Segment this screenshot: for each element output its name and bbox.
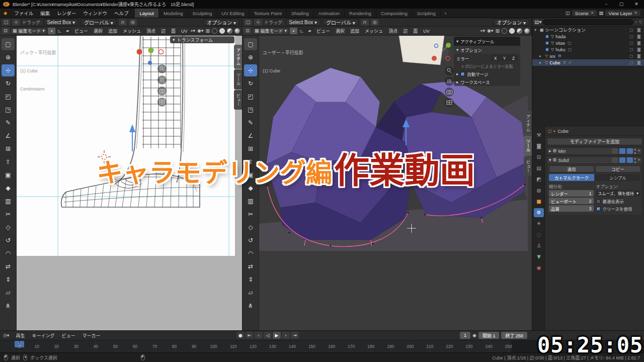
bevel-tool[interactable]: ◆: [2, 182, 15, 194]
side-tab-アイテム[interactable]: アイテム: [234, 45, 242, 69]
editor-type-icon[interactable]: ◷▾: [0, 333, 12, 338]
proportional-edit-icon[interactable]: ◎: [129, 19, 137, 26]
properties-tab-world[interactable]: ◍: [534, 186, 544, 195]
shading-rendered-icon[interactable]: [234, 28, 240, 34]
annotate-tool[interactable]: ✎: [244, 117, 257, 129]
snap-magnet-icon[interactable]: ∩: [361, 19, 369, 26]
cursor-tool[interactable]: ⊕: [244, 51, 257, 63]
scene-selector[interactable]: Scene✕: [572, 10, 598, 17]
options-dropdown[interactable]: オプション ▾: [203, 19, 239, 26]
expander-icon[interactable]: ▸: [549, 149, 551, 153]
auto-key-icon[interactable]: ◉: [472, 333, 476, 338]
annotate-tool[interactable]: ✎: [2, 117, 15, 129]
jump-to-end-button[interactable]: ⇥: [291, 332, 299, 339]
outliner-row-sitae[interactable]: ✓▽sitae▢▢◙: [532, 40, 644, 46]
workspace-tab-texture-paint[interactable]: Texture Paint: [249, 9, 286, 18]
auto-keyframe-button[interactable]: ●: [236, 332, 245, 339]
current-frame-field[interactable]: 1: [460, 332, 470, 339]
filter-icon[interactable]: ▽: [639, 20, 642, 24]
workspace-tab-scripting[interactable]: Scripting: [413, 9, 441, 18]
editor-type-icon[interactable]: ▤▾: [534, 20, 541, 25]
shading-solid-icon[interactable]: [509, 28, 515, 34]
workspace-tab-compositing[interactable]: Compositing: [376, 9, 413, 18]
properties-tab-physics[interactable]: ◌: [534, 230, 544, 239]
collection-checkbox[interactable]: ✓: [545, 41, 549, 45]
hide-in-viewport-icon[interactable]: ▢: [628, 35, 634, 39]
disable-in-render-icon[interactable]: ◙: [636, 54, 642, 58]
add-modifier-button[interactable]: モディファイアーを追加: [547, 138, 642, 145]
outliner-row-Cube[interactable]: ▸▽Cube▽✓▢◙: [532, 59, 644, 66]
chevron-right-icon[interactable]: ▸: [456, 80, 458, 84]
spin-tool[interactable]: ↺: [244, 234, 257, 246]
play-reverse-button[interactable]: ◁: [264, 332, 272, 339]
expander-icon[interactable]: ▸: [539, 54, 543, 58]
smooth-tool[interactable]: ◠: [2, 247, 15, 259]
render-toggle-icon[interactable]: [627, 148, 633, 154]
select-tool-dropdown[interactable]: Select Box ▾: [44, 19, 79, 26]
menu-レンダー[interactable]: レンダー: [53, 9, 79, 18]
expander-icon[interactable]: ▾: [549, 158, 551, 162]
outliner-row-asi[interactable]: ▸▽asi⚙▢◙: [532, 53, 644, 59]
shading-material-icon[interactable]: [227, 28, 232, 34]
vp-menu-UV[interactable]: UV: [421, 29, 432, 34]
timeline-menu-マーカー[interactable]: マーカー: [78, 332, 104, 339]
subdivision-ビューポート-slider[interactable]: ビューポート2: [549, 198, 594, 204]
orientation-dropdown[interactable]: グローバル ▾: [323, 19, 359, 26]
disable-in-render-icon[interactable]: ◙: [636, 41, 642, 45]
properties-tab-scene[interactable]: ◩: [534, 175, 544, 184]
extrude-region-tool[interactable]: ⇧: [2, 156, 15, 168]
subdivision-品質-slider[interactable]: 品質3: [549, 205, 594, 212]
edge-select-icon[interactable]: ◺: [298, 28, 305, 34]
render-toggle-icon[interactable]: [627, 157, 633, 163]
vp-menu-頂点[interactable]: 頂点: [144, 28, 158, 34]
expander-icon[interactable]: ▾: [534, 28, 538, 32]
properties-tab-modifiers[interactable]: ⚙: [534, 208, 544, 217]
move-tool[interactable]: ⊹: [2, 64, 15, 76]
realtime-toggle-icon[interactable]: [619, 157, 625, 163]
orientation-dropdown[interactable]: グローバル ▾: [80, 19, 117, 26]
vp-menu-メッシュ[interactable]: メッシュ: [120, 28, 143, 34]
side-tab-アイテム[interactable]: アイテム: [524, 111, 532, 135]
realtime-toggle-icon[interactable]: [619, 148, 625, 154]
vp-menu-ビュー[interactable]: ビュー: [72, 28, 91, 34]
shrink-fatten-tool[interactable]: ⇕: [2, 274, 15, 286]
xray-toggle-icon[interactable]: ▥: [205, 29, 210, 33]
mirror-axis-z-button[interactable]: Z: [509, 55, 518, 61]
timeline-menu-キーイング[interactable]: キーイング: [28, 332, 58, 339]
scale-tool[interactable]: ◰: [244, 90, 257, 103]
gizmo-dropdown-icon[interactable]: ⌖▾: [480, 29, 486, 33]
vp-menu-メッシュ[interactable]: メッシュ: [362, 28, 385, 34]
spin-tool[interactable]: ↺: [2, 234, 15, 246]
disable-in-render-icon[interactable]: ◙: [636, 28, 642, 32]
collection-checkbox[interactable]: ✓: [545, 35, 549, 39]
properties-tab-particles[interactable]: ✳: [534, 219, 544, 228]
catmull-clark-button[interactable]: カトマルクラーク: [549, 174, 594, 181]
cursor-tool[interactable]: ⊕: [2, 51, 15, 63]
proportional-edit-icon[interactable]: ◎: [371, 19, 379, 26]
vp-menu-UV[interactable]: UV: [179, 29, 190, 34]
select-box-tool[interactable]: ▢: [244, 38, 257, 50]
mode-dropdown[interactable]: ▦編集モード▾: [10, 28, 47, 35]
active-tool-icon[interactable]: ▢: [2, 19, 10, 26]
minimize-button[interactable]: –: [599, 0, 614, 9]
rotate-tool[interactable]: ↻: [244, 77, 257, 89]
simple-button[interactable]: シンプル: [595, 174, 640, 181]
mode-dropdown[interactable]: ▦編集モード▾: [252, 28, 289, 35]
shading-wireframe-icon[interactable]: [502, 28, 507, 34]
vp-menu-ビュー[interactable]: ビュー: [314, 28, 333, 34]
menu-ファイル[interactable]: ファイル: [11, 9, 37, 18]
vp-menu-面[interactable]: 面: [169, 28, 178, 34]
hide-in-viewport-icon[interactable]: ▢: [628, 28, 634, 32]
start-frame-field[interactable]: 開始 1: [478, 332, 500, 339]
shading-rendered-icon[interactable]: [524, 28, 530, 34]
expander-icon[interactable]: ▸: [539, 61, 543, 65]
properties-tab-material[interactable]: ◉: [534, 263, 544, 273]
xray-toggle-icon[interactable]: ▥: [495, 29, 500, 33]
properties-tab-object-data[interactable]: ▼: [534, 252, 544, 261]
outliner-row-huku[interactable]: ✓▽huku▢▢◙: [532, 46, 644, 53]
rotate-tool[interactable]: ↻: [2, 77, 15, 89]
hide-in-viewport-icon[interactable]: ▢: [628, 41, 634, 45]
workspace-tab-modeling[interactable]: Modeling: [159, 9, 188, 18]
transform-tool[interactable]: ◳: [244, 104, 257, 116]
unlink-icon[interactable]: ✕: [591, 11, 594, 15]
